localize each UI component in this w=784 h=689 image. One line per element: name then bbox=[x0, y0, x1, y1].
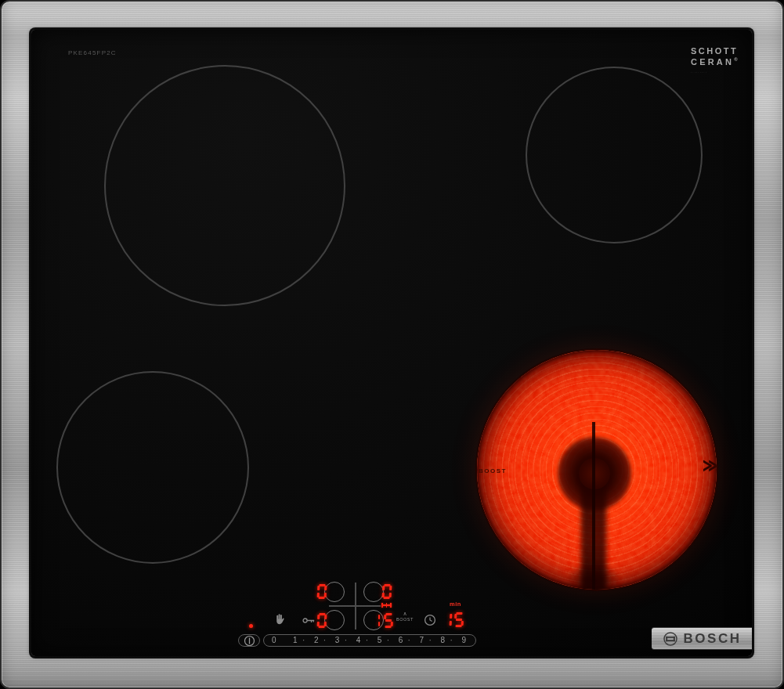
small-print: ········· bbox=[691, 70, 740, 74]
power-display-back-right bbox=[381, 584, 392, 599]
cooking-zone-front-left bbox=[56, 371, 249, 564]
boost-key[interactable]: ∧ BOOST bbox=[392, 611, 418, 622]
power-level-3[interactable]: 3 bbox=[335, 637, 340, 644]
dual-circuit-indicator bbox=[378, 615, 380, 626]
power-icon bbox=[244, 635, 255, 647]
boost-icon: ∧ bbox=[392, 611, 418, 616]
power-level-1[interactable]: 1 bbox=[293, 637, 298, 644]
bosch-logo-text: BOSCH bbox=[684, 631, 742, 647]
model-number-label: PKE645FP2C bbox=[68, 49, 117, 56]
timer-unit-label: min bbox=[450, 601, 461, 608]
power-level-slider[interactable]: 0 1 2 3 4 5 6 7 8 9 bbox=[263, 634, 476, 647]
power-level-4[interactable]: 4 bbox=[356, 637, 361, 644]
glass-surface: PKE645FP2C SCHOTT CERAN® ········· bbox=[31, 30, 752, 656]
power-key[interactable] bbox=[238, 634, 260, 647]
boost-key-label: BOOST bbox=[392, 617, 418, 622]
boost-print-label: BOOST bbox=[479, 467, 507, 474]
cooking-zone-back-left bbox=[104, 65, 345, 306]
zone-select-key-front-right[interactable] bbox=[363, 610, 384, 630]
element-thermostat-rod bbox=[592, 422, 595, 591]
power-level-0[interactable]: 0 bbox=[272, 637, 276, 644]
key-icon bbox=[302, 617, 316, 624]
power-display-back-left bbox=[316, 584, 327, 599]
power-level-6[interactable]: 6 bbox=[399, 637, 403, 644]
cooking-zone-back-right bbox=[526, 67, 703, 243]
cooktop-photo: PKE645FP2C SCHOTT CERAN® ········· bbox=[0, 0, 784, 689]
dual-circuit-marker-icon: ≫ bbox=[703, 455, 718, 477]
schott-label: SCHOTT bbox=[691, 46, 740, 57]
power-display-front-left bbox=[316, 613, 327, 628]
zone-map-divider-horizontal bbox=[329, 605, 381, 607]
clock-icon[interactable] bbox=[424, 614, 436, 626]
timer-display bbox=[441, 612, 464, 627]
power-level-2[interactable]: 2 bbox=[314, 637, 319, 644]
cooking-zone-front-right-active: BOOST ≫ bbox=[475, 348, 718, 591]
ceran-label: CERAN® bbox=[691, 57, 740, 68]
power-level-9[interactable]: 9 bbox=[461, 637, 466, 644]
power-level-7[interactable]: 7 bbox=[420, 637, 425, 644]
hand-icon[interactable] bbox=[274, 613, 285, 625]
power-level-5[interactable]: 5 bbox=[378, 637, 382, 644]
schott-ceran-badge: SCHOTT CERAN® ········· bbox=[691, 46, 740, 74]
extended-zone-indicator-icon bbox=[381, 603, 392, 608]
status-led bbox=[249, 624, 253, 628]
bosch-armature-icon bbox=[663, 631, 678, 647]
bosch-badge: BOSCH bbox=[652, 628, 752, 649]
power-level-8[interactable]: 8 bbox=[441, 637, 446, 644]
